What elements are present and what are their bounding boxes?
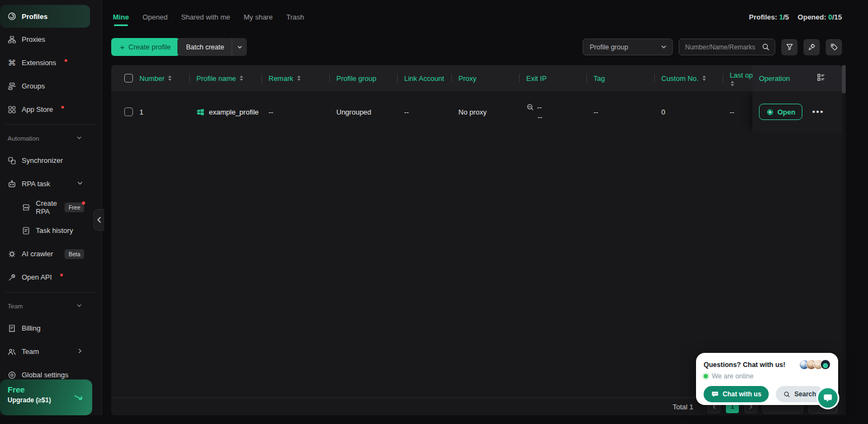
search-input[interactable] <box>685 43 762 51</box>
column-header-remark[interactable]: Remark <box>262 65 330 91</box>
column-header-last-open-time[interactable]: Last open time <box>723 65 752 91</box>
chat-bubble-icon <box>822 392 834 404</box>
sidebar-item-rpa-task[interactable]: RPA task <box>0 172 101 195</box>
tab-opened[interactable]: Opened <box>143 13 168 21</box>
sidebar-item-app-store[interactable]: App Store <box>0 98 101 121</box>
rpa-icon <box>8 180 16 188</box>
cell-last-open-time: -- <box>723 91 752 132</box>
sidebar-section-automation[interactable]: Automation <box>0 128 101 149</box>
tab-my-share[interactable]: My share <box>244 13 272 21</box>
windows-icon <box>196 108 205 116</box>
sidebar-item-synchronizer[interactable]: Synchronizer <box>0 149 101 172</box>
sidebar-item-label: Profiles <box>22 12 48 21</box>
opened-quota: Opened: 0/15 <box>797 13 842 21</box>
tag-button[interactable] <box>826 39 842 55</box>
sidebar-section-team[interactable]: Team <box>0 296 101 317</box>
brush-icon <box>808 43 816 51</box>
sidebar-item-label: Global settings <box>22 371 68 379</box>
sidebar-item-label: Extensions <box>22 59 56 67</box>
clear-cache-button[interactable] <box>803 39 820 55</box>
ai-crawler-icon <box>8 250 16 258</box>
sidebar-item-task-history[interactable]: Task history <box>0 219 101 242</box>
cell-profile-name[interactable]: example_profile <box>190 91 262 132</box>
sidebar-item-create-rpa[interactable]: Create RPA Free <box>0 195 101 219</box>
select-all-checkbox[interactable] <box>124 74 133 83</box>
sort-icon[interactable] <box>168 75 171 81</box>
column-header-operation: Operation <box>752 65 842 91</box>
sort-icon[interactable] <box>297 75 301 81</box>
cell-link-account: -- <box>398 91 452 132</box>
table-row[interactable]: 1 example_profile -- Ungrouped -- No pro… <box>111 91 842 132</box>
notification-dot <box>61 106 64 109</box>
upgrade-arrow-icon <box>74 394 84 403</box>
tag-icon <box>830 43 838 51</box>
total-count: Total 1 <box>673 403 693 411</box>
notification-dot <box>60 274 63 276</box>
sidebar-item-groups[interactable]: Groups <box>0 74 101 98</box>
sidebar-item-proxies[interactable]: Proxies <box>0 28 101 51</box>
column-header-custom-no[interactable]: Custom No. <box>655 65 723 91</box>
global-settings-icon <box>8 371 16 379</box>
sidebar-item-extensions[interactable]: ⌘ Extensions <box>0 51 101 74</box>
caret-down-icon <box>76 135 82 142</box>
column-header-profile-name[interactable]: Profile name <box>190 65 262 91</box>
sort-icon[interactable] <box>703 75 706 81</box>
ip-query-icon[interactable] <box>526 103 534 111</box>
sidebar-item-label: App Store <box>22 105 53 113</box>
cell-custom-no: 0 <box>655 91 723 132</box>
sidebar-item-label: Proxies <box>22 35 45 43</box>
sidebar-item-label: Groups <box>22 82 45 90</box>
chevron-right-icon <box>77 347 83 356</box>
plan-name: Free <box>8 385 85 394</box>
chat-launcher-button[interactable] <box>816 387 839 409</box>
profile-group-select[interactable]: Profile group <box>583 39 673 55</box>
team-icon <box>8 347 16 356</box>
chat-bubble-icon <box>711 391 719 398</box>
sidebar-item-profiles[interactable]: Profiles <box>0 5 90 28</box>
column-settings-icon[interactable] <box>816 73 826 84</box>
tab-shared-with-me[interactable]: Shared with me <box>181 13 230 21</box>
column-header-tag: Tag <box>587 65 655 91</box>
sidebar-item-label: RPA task <box>22 180 50 188</box>
sidebar-item-ai-crawler[interactable]: AI crawler Beta <box>0 242 101 265</box>
sidebar: Profiles Proxies ⌘ Extensions Groups App… <box>0 0 102 415</box>
open-profile-button[interactable]: Open <box>759 104 802 120</box>
toolbar: + Create profile Batch create Profile gr… <box>102 38 868 56</box>
search-icon[interactable] <box>762 43 770 51</box>
appstore-icon <box>8 105 16 114</box>
billing-icon <box>8 324 16 333</box>
sidebar-collapse-handle[interactable] <box>93 209 104 231</box>
sidebar-item-label: AI crawler <box>22 250 53 258</box>
caret-down-icon <box>661 44 667 50</box>
open-api-icon <box>8 273 16 282</box>
more-actions-button[interactable]: ••• <box>812 110 824 113</box>
notification-dot <box>82 201 85 205</box>
table-header: Number Profile name Remark Profile group… <box>111 65 842 91</box>
table-scrollbar[interactable] <box>842 65 846 415</box>
sidebar-item-billing[interactable]: Billing <box>0 317 101 340</box>
row-checkbox[interactable] <box>124 107 133 116</box>
filter-button[interactable] <box>781 39 797 55</box>
sidebar-item-open-api[interactable]: Open API <box>0 265 101 289</box>
sidebar-item-team[interactable]: Team <box>0 340 101 363</box>
cell-operation: Open ••• <box>752 91 842 132</box>
cell-proxy: No proxy <box>452 91 520 132</box>
batch-create-dropdown[interactable] <box>232 38 247 56</box>
sidebar-divider <box>5 124 96 125</box>
open-browser-icon <box>766 108 774 116</box>
column-header-number[interactable]: Number <box>133 65 190 91</box>
tab-mine[interactable]: Mine <box>113 13 129 21</box>
chat-title: Questions? Chat with us! <box>704 361 786 369</box>
scrollbar-thumb[interactable] <box>842 65 846 93</box>
create-profile-button[interactable]: + Create profile <box>111 38 180 56</box>
chat-with-us-button[interactable]: Chat with us <box>704 386 769 402</box>
sidebar-item-label: Billing <box>22 324 41 332</box>
tab-trash[interactable]: Trash <box>286 13 304 21</box>
sort-icon[interactable] <box>731 81 734 86</box>
sidebar-item-label: Synchronizer <box>22 156 63 164</box>
avatar <box>820 359 831 370</box>
upgrade-card[interactable]: Free Upgrade (≥$1) <box>0 379 92 415</box>
toolbar-right: Profile group <box>583 39 842 55</box>
batch-create-button[interactable]: Batch create <box>177 38 247 56</box>
sort-icon[interactable] <box>240 75 243 81</box>
